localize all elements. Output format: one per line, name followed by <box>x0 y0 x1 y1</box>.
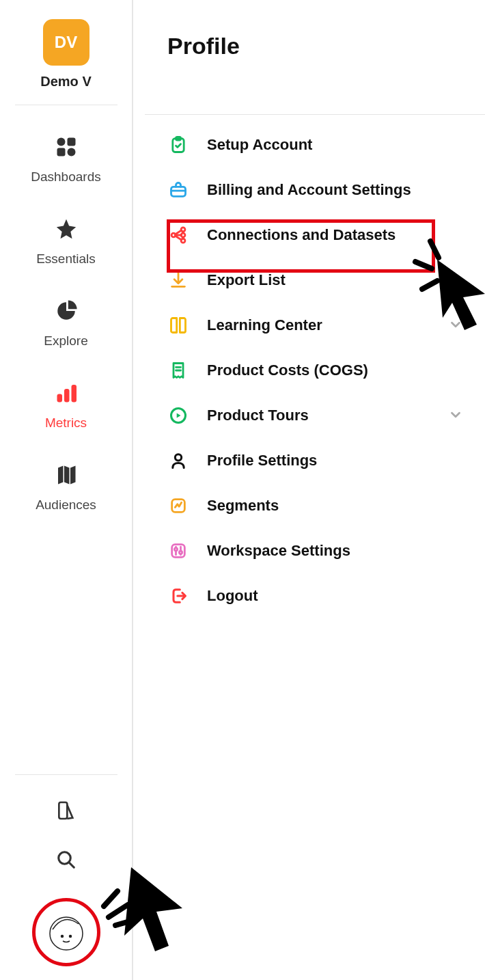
menu-item-profile-settings[interactable]: Profile Settings <box>167 438 465 483</box>
menu-item-label: Product Costs (COGS) <box>207 362 368 379</box>
menu-item-billing[interactable]: Billing and Account Settings <box>167 167 465 213</box>
receipt-icon <box>167 359 189 381</box>
sidebar-item-label: Audiences <box>36 498 96 513</box>
map-icon <box>52 461 81 489</box>
svg-rect-1 <box>67 138 75 146</box>
menu-item-workspace-settings[interactable]: Workspace Settings <box>167 528 465 573</box>
sidebar-item-audiences[interactable]: Audiences <box>0 446 132 528</box>
svg-line-15 <box>115 920 135 925</box>
svg-rect-0 <box>57 138 65 146</box>
sidebar-bottom-divider <box>15 774 117 775</box>
sidebar-item-essentials[interactable]: Essentials <box>0 200 132 282</box>
user-initials: DV <box>55 33 77 52</box>
search-button[interactable] <box>53 847 80 875</box>
menu-item-product-costs[interactable]: Product Costs (COGS) <box>167 348 465 393</box>
menu-item-label: Learning Center <box>207 316 322 334</box>
menu-item-connections[interactable]: Connections and Datasets <box>167 213 465 258</box>
sidebar-divider <box>15 105 117 105</box>
profile-menu-button[interactable] <box>32 898 100 966</box>
menu-item-label: Profile Settings <box>207 452 317 469</box>
profile-menu-list: Setup Account Billing and Account Settin… <box>167 122 465 618</box>
menu-item-export-list[interactable]: Export List <box>167 258 465 303</box>
menu-item-label: Segments <box>207 497 279 515</box>
bars-icon <box>52 379 81 407</box>
svg-point-28 <box>174 548 177 551</box>
svg-rect-7 <box>59 802 67 819</box>
avatar-face-icon <box>44 909 88 955</box>
sidebar-item-label: Metrics <box>45 416 87 431</box>
menu-item-setup-account[interactable]: Setup Account <box>167 122 465 167</box>
menu-item-product-tours[interactable]: Product Tours <box>167 393 465 438</box>
play-circle-icon <box>167 405 189 426</box>
sliders-icon <box>167 540 189 562</box>
svg-rect-4 <box>57 394 62 403</box>
svg-point-24 <box>175 454 181 461</box>
svg-rect-2 <box>57 148 65 156</box>
user-icon <box>167 450 189 472</box>
svg-line-14 <box>109 905 128 917</box>
sidebar: DV Demo V Dashboards Essenti <box>0 0 133 980</box>
sidebar-item-label: Dashboards <box>31 169 100 185</box>
menu-item-learning-center[interactable]: Learning Center <box>167 303 465 348</box>
svg-point-11 <box>61 936 63 938</box>
svg-rect-3 <box>67 148 75 156</box>
menu-item-label: Export List <box>207 271 286 289</box>
briefcase-icon <box>167 179 189 201</box>
menu-item-segments[interactable]: Segments <box>167 483 465 528</box>
theme-button[interactable] <box>53 798 80 826</box>
search-icon <box>56 849 77 873</box>
logout-icon <box>167 585 189 607</box>
svg-rect-26 <box>172 545 185 558</box>
svg-point-30 <box>179 551 182 554</box>
palette-icon <box>55 800 77 824</box>
sidebar-top: DV Demo V Dashboards Essenti <box>0 19 132 528</box>
download-icon <box>167 269 189 291</box>
svg-rect-5 <box>64 389 70 403</box>
menu-item-label: Workspace Settings <box>207 542 350 560</box>
user-name: Demo V <box>40 74 91 90</box>
menu-item-label: Billing and Account Settings <box>207 181 411 199</box>
chevron-down-icon <box>448 317 465 334</box>
menu-item-label: Logout <box>207 587 258 605</box>
segments-icon <box>167 495 189 517</box>
main-content: Profile Setup Account Billing and <box>133 0 485 980</box>
menu-item-label: Setup Account <box>207 136 312 154</box>
sidebar-item-label: Essentials <box>36 251 96 267</box>
connections-icon <box>167 224 189 246</box>
main-divider <box>145 114 485 115</box>
clipboard-check-icon <box>167 134 189 156</box>
svg-point-10 <box>50 917 83 950</box>
menu-item-logout[interactable]: Logout <box>167 573 465 618</box>
menu-item-label: Connections and Datasets <box>207 226 396 244</box>
svg-line-13 <box>104 891 117 906</box>
sidebar-bottom <box>0 774 132 980</box>
chevron-down-icon <box>448 407 465 424</box>
sidebar-item-explore[interactable]: Explore <box>0 282 132 364</box>
sidebar-item-dashboards[interactable]: Dashboards <box>0 118 132 200</box>
svg-point-12 <box>69 936 71 938</box>
star-icon <box>52 215 81 243</box>
menu-item-label: Product Tours <box>207 407 309 424</box>
svg-rect-6 <box>71 385 77 403</box>
user-avatar[interactable]: DV <box>43 19 89 66</box>
sidebar-item-label: Explore <box>44 334 87 349</box>
book-icon <box>167 314 189 336</box>
page-title: Profile <box>167 33 465 59</box>
sidebar-item-metrics[interactable]: Metrics <box>0 364 132 446</box>
profile-menu-button-wrap <box>32 898 100 966</box>
svg-line-9 <box>68 862 74 868</box>
pie-icon <box>52 297 81 325</box>
dashboard-icon <box>52 133 81 161</box>
